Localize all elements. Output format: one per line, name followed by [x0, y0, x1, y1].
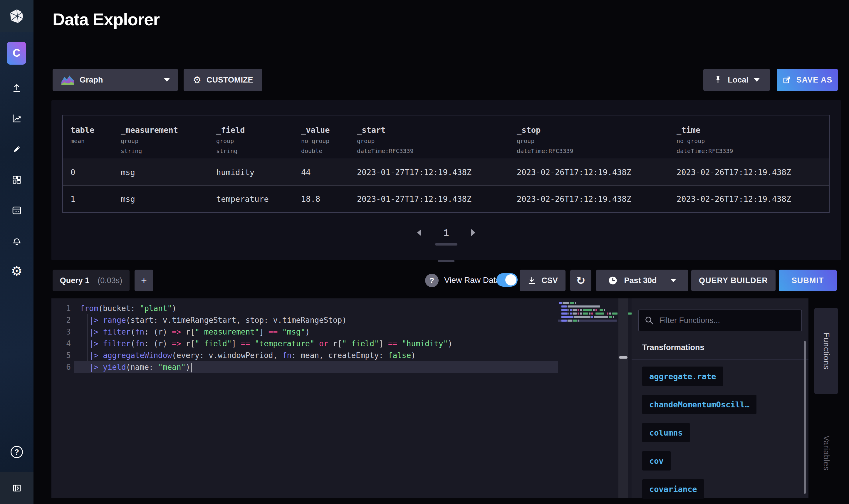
area-graph-icon: [61, 74, 74, 86]
functions-scrollbar[interactable]: [804, 341, 806, 494]
csv-download-button[interactable]: CSV: [520, 270, 565, 291]
gear-icon: ⚙: [193, 75, 201, 85]
save-as-button[interactable]: SAVE AS: [777, 69, 838, 91]
table-cell: msg: [121, 168, 216, 177]
divider-drag-handle[interactable]: [619, 356, 628, 359]
function-chip[interactable]: columns: [642, 423, 690, 442]
table-cell: humidity: [216, 168, 301, 177]
alerts-bell-icon[interactable]: [0, 230, 34, 251]
function-chip[interactable]: chandeMomentumOscill…: [642, 395, 757, 414]
download-icon: [527, 276, 536, 285]
chevron-down-icon: [164, 78, 170, 82]
flux-code-editor[interactable]: 123456 from(bucket: "plant") |> range(st…: [51, 299, 632, 498]
table-row[interactable]: 1msgtemperature18.82023-01-27T17:12:19.4…: [63, 185, 829, 212]
code-line[interactable]: |> filter(fn: (r) => r["_measurement"] =…: [74, 326, 558, 338]
refresh-icon: ↻: [576, 275, 585, 286]
sidebar: C ⚙ ?: [0, 0, 34, 504]
editor-minimap[interactable]: [558, 302, 617, 323]
add-query-button[interactable]: +: [134, 270, 153, 291]
org-avatar[interactable]: C: [7, 42, 26, 65]
raw-data-panel: table mean _measurement group string _fi…: [51, 100, 841, 260]
notebooks-icon[interactable]: [0, 139, 34, 160]
query-tab[interactable]: Query 1 (0.03s): [53, 270, 129, 291]
csv-label: CSV: [541, 276, 558, 285]
export-icon: [782, 75, 791, 84]
code-line[interactable]: |> aggregateWindow(every: v.windowPeriod…: [74, 349, 558, 361]
column-header: _time no group dateTime:RFC3339: [676, 115, 829, 159]
data-explorer-icon[interactable]: [0, 108, 34, 129]
code-line[interactable]: |> yield(name: "mean"): [74, 361, 558, 373]
save-location-dropdown[interactable]: Local: [703, 69, 770, 91]
table-cell: 1: [71, 194, 121, 203]
dashboards-icon[interactable]: [0, 169, 34, 190]
filter-functions-searchbox[interactable]: [638, 310, 802, 331]
tab-functions[interactable]: Functions: [814, 308, 838, 394]
column-header: _measurement group string: [121, 115, 216, 159]
query-builder-label: QUERY BUILDER: [699, 276, 768, 285]
customize-button[interactable]: ⚙ CUSTOMIZE: [184, 69, 262, 91]
table-row[interactable]: 0msghumidity442023-01-27T17:12:19.438Z20…: [63, 159, 829, 185]
query-builder-button[interactable]: QUERY BUILDER: [691, 270, 776, 291]
table-cell: 0: [71, 168, 121, 177]
visualization-type-dropdown[interactable]: Graph: [53, 69, 178, 91]
column-header: table mean: [71, 115, 121, 159]
table-header-row: table mean _measurement group string _fi…: [63, 115, 829, 159]
table-cell: 2023-02-26T17:12:19.438Z: [517, 194, 676, 203]
plus-icon: +: [141, 275, 147, 286]
code-line[interactable]: |> range(start: v.timeRangeStart, stop: …: [74, 314, 558, 326]
settings-gear-icon[interactable]: ⚙: [0, 260, 34, 282]
view-raw-data-toggle[interactable]: [496, 273, 518, 287]
functions-panel: Transformations aggregate.ratechandeMome…: [632, 299, 809, 498]
page-number: 1: [444, 227, 449, 238]
influxdb-logo[interactable]: [0, 0, 34, 32]
submit-label: SUBMIT: [792, 276, 824, 285]
load-data-icon[interactable]: [0, 77, 34, 98]
code-lines[interactable]: from(bucket: "plant") |> range(start: v.…: [74, 303, 558, 373]
query-tab-label: Query 1: [60, 276, 90, 285]
table-cell: 44: [301, 168, 357, 177]
toggle-knob: [505, 274, 517, 286]
prev-page-button[interactable]: [417, 229, 421, 236]
table-cell: 2023-02-26T17:12:19.438Z: [517, 168, 676, 177]
function-chip[interactable]: cov: [642, 451, 671, 470]
table-cell: 2023-02-26T17:12:19.438Z: [676, 194, 829, 203]
next-page-button[interactable]: [471, 229, 475, 236]
transformations-section-title: Transformations: [642, 343, 704, 352]
table-cell: 2023-01-27T17:12:19.438Z: [357, 168, 517, 177]
submit-button[interactable]: SUBMIT: [779, 270, 837, 291]
line-number: 4: [51, 338, 71, 349]
panel-resize-handle[interactable]: [438, 260, 454, 262]
column-header: _start group dateTime:RFC3339: [357, 115, 517, 159]
column-header: _stop group dateTime:RFC3339: [517, 115, 676, 159]
tab-variables[interactable]: Variables: [814, 410, 838, 497]
chevron-down-icon: [754, 78, 760, 82]
refresh-button[interactable]: ↻: [570, 270, 591, 291]
line-number: 1: [51, 303, 71, 314]
line-number: 3: [51, 326, 71, 338]
visualization-type-label: Graph: [79, 75, 103, 85]
tasks-calendar-icon[interactable]: [0, 200, 34, 221]
expand-sidebar-icon[interactable]: [0, 472, 34, 504]
code-line[interactable]: |> filter(fn: (r) => r["_field"] == "tem…: [74, 338, 558, 349]
save-as-label: SAVE AS: [796, 75, 833, 85]
code-line[interactable]: from(bucket: "plant"): [74, 303, 558, 314]
line-number: 5: [51, 349, 71, 361]
time-range-dropdown[interactable]: Past 30d: [596, 270, 688, 291]
search-icon: [645, 316, 654, 325]
help-icon[interactable]: ?: [0, 442, 34, 463]
pagination-scrollbar[interactable]: [435, 243, 457, 246]
line-number: 2: [51, 314, 71, 326]
filter-functions-input[interactable]: [659, 316, 796, 325]
editor-panel-divider[interactable]: [618, 299, 628, 498]
function-chip[interactable]: covariance: [642, 479, 704, 499]
time-range-label: Past 30d: [624, 276, 656, 285]
table-cell: msg: [121, 194, 216, 203]
page-title: Data Explorer: [53, 10, 160, 29]
view-raw-data-label: View Raw Data: [444, 275, 500, 285]
table-cell: 2023-02-26T17:12:19.438Z: [676, 168, 829, 177]
help-question-icon[interactable]: ?: [425, 274, 439, 287]
raw-data-table: table mean _measurement group string _fi…: [62, 115, 830, 213]
function-chip[interactable]: aggregate.rate: [642, 366, 723, 386]
pagination: 1: [51, 226, 841, 239]
text-cursor: [191, 363, 192, 373]
